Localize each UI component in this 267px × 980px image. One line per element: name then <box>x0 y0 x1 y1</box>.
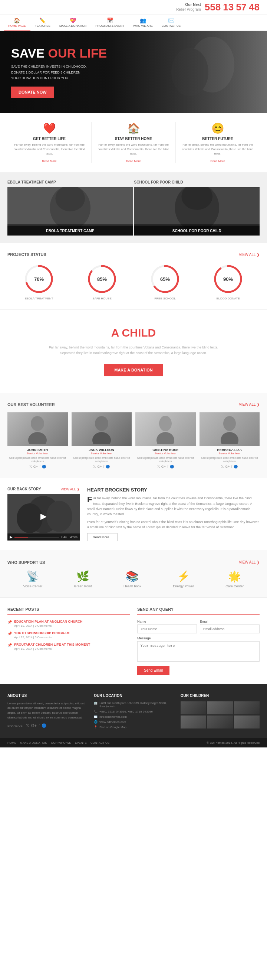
hero-content: SAVE OUR LIFE SAVE THE CHILDREN INVESTS … <box>0 37 118 107</box>
social-facebook-2[interactable]: f <box>103 465 104 468</box>
email-icon: ✉️ <box>94 715 98 719</box>
message-input[interactable] <box>137 641 259 662</box>
supporters-view-all[interactable]: VIEW ALL ❯ <box>239 560 259 564</box>
voice-icon: 📡 <box>24 570 43 582</box>
footer-link-contact[interactable]: CONTACT US <box>90 741 109 745</box>
green-icon: 🌿 <box>74 570 92 582</box>
footer-social-facebook[interactable]: f <box>39 723 39 728</box>
footer-social-twitter[interactable]: 𝕏 <box>26 723 29 728</box>
address-icon: 🏢 <box>94 702 98 705</box>
post-meta-3: April 19, 2014 | 0 Comments <box>14 647 90 651</box>
social-other[interactable]: 🔵 <box>42 465 46 468</box>
features-icon: ✏️ <box>39 18 46 24</box>
nav-program[interactable]: 📅 PROGRAM & EVENT <box>91 14 129 31</box>
countdown-minutes: 57 <box>236 2 246 12</box>
name-label: Name <box>137 620 197 624</box>
footer-link-home[interactable]: HOME <box>8 741 16 745</box>
video-play-button[interactable]: ▶ <box>40 512 47 521</box>
post-title-3[interactable]: PROUTARAT CHILDREN LIFE AT THIS MOMENT <box>14 643 90 646</box>
social-other-3[interactable]: 🔵 <box>170 465 174 468</box>
footer-social-google[interactable]: G+ <box>31 723 37 728</box>
nav-contact[interactable]: ✉️ CONTACT US <box>157 14 185 31</box>
volunteers-title: OUR BEST VOLUNTEER <box>8 402 55 407</box>
post-item-2: 📌 YOUTH SPONSORSHIP PROGRAM April 19, 20… <box>8 631 130 639</box>
donate-now-button[interactable]: DONATE NOW <box>11 87 54 98</box>
read-more-life[interactable]: Read More <box>42 159 57 163</box>
svg-point-20 <box>95 416 108 431</box>
social-twitter[interactable]: 𝕏 <box>29 465 32 468</box>
volunteer-rebbeca: REBBECA LIZA Senior Volunteer Sed ut per… <box>199 412 260 469</box>
donation-icon: 💝 <box>70 18 76 24</box>
child-title: A CHILD <box>8 326 259 339</box>
play-icon[interactable]: ▶ <box>9 535 13 539</box>
nav-features[interactable]: ✏️ FEATURES <box>30 14 55 31</box>
supporter-voice: 📡 Voice Center <box>24 570 43 588</box>
status-view-all[interactable]: VIEW ALL ❯ <box>239 253 259 257</box>
read-more-future[interactable]: Read More <box>210 159 225 163</box>
footer-copyright: © BDThemes 2014. All Rights Reserved <box>207 741 259 745</box>
care-icon: 🌟 <box>226 570 243 582</box>
social-facebook-4[interactable]: f <box>231 465 232 468</box>
school-card-label: SCHOOL FOR POOR CHILD <box>134 226 260 235</box>
social-google-4[interactable]: G+ <box>225 465 229 468</box>
volunteer-jack: JACK WILLSON Senior Volunteer Sed ut per… <box>71 412 132 469</box>
ebola-card-label: EBOLA TREATMENT CAMP <box>8 226 133 235</box>
svg-point-29 <box>46 501 72 532</box>
social-google-3[interactable]: G+ <box>161 465 166 468</box>
footer-social-other[interactable]: 🔵 <box>41 723 47 728</box>
social-other-2[interactable]: 🔵 <box>106 465 110 468</box>
social-twitter-3[interactable]: 𝕏 <box>157 465 160 468</box>
social-twitter-4[interactable]: 𝕏 <box>221 465 224 468</box>
status-safehouse: 85% SAFE HOUSE <box>87 264 117 300</box>
social-facebook[interactable]: f <box>39 465 40 468</box>
footer-link-donation[interactable]: MAKE A DONATION <box>20 741 47 745</box>
send-email-button[interactable]: Send Email <box>137 666 169 675</box>
svg-point-22 <box>159 416 172 431</box>
footer-location-title: OUR LOCATION <box>94 694 173 698</box>
supporter-energy: ⚡ Energy Power <box>173 570 194 588</box>
social-facebook-3[interactable]: f <box>167 465 168 468</box>
email-label: Email <box>200 620 259 624</box>
nav-donation[interactable]: 💝 MAKE A DONATION <box>55 14 91 31</box>
story-title: HEART BROCKEN STORY <box>87 487 259 493</box>
footer-bottom: HOME MAKE A DONATION OUR WHO WE EVENTS C… <box>0 738 267 748</box>
map-icon: 📍 <box>94 725 98 729</box>
footer-about: ABOUT US Lorem ipsum dolor sit amet, con… <box>8 694 86 731</box>
recent-posts-title: RECENT POSTS <box>8 607 130 615</box>
countdown-days: 558 <box>205 2 221 12</box>
read-more-button[interactable]: Read More... <box>87 533 118 541</box>
contact-icon: ✉️ <box>168 18 174 24</box>
backstory-right: HEART BROCKEN STORY F ar far away, behin… <box>87 487 259 541</box>
web-icon: 🌐 <box>94 720 98 724</box>
post-title-1[interactable]: EDUCATION PLAN AT ANGLICAN CHURCH <box>14 620 83 624</box>
nav-who[interactable]: 👥 WHO WE ARE <box>129 14 157 31</box>
email-input[interactable] <box>200 624 259 633</box>
social-twitter-2[interactable]: 𝕏 <box>93 465 96 468</box>
backstory-title: OUR BACK STORY <box>8 487 41 491</box>
post-title-2[interactable]: YOUTH SPONSORSHIP PROGRAM <box>14 631 70 635</box>
hero-title: SAVE OUR LIFE <box>11 46 107 60</box>
feature-item-future: 😊 BETTER FUTURE Far far away, behind the… <box>176 122 259 163</box>
home-icon: 🏠 <box>14 18 20 24</box>
footer-link-events[interactable]: EVENTS <box>75 741 87 745</box>
name-input[interactable] <box>137 624 197 633</box>
svg-point-28 <box>17 503 43 533</box>
status-ebola: 70% EBOLA TREATMENT <box>24 264 54 300</box>
supporters-title: WHO SUPPORT US <box>8 560 45 565</box>
social-google-2[interactable]: G+ <box>97 465 102 468</box>
heart-icon: ❤️ <box>13 122 86 134</box>
nav-home[interactable]: 🏠 HOME PAGE <box>4 14 30 31</box>
health-icon: 📚 <box>123 570 141 582</box>
svg-point-24 <box>223 416 236 431</box>
footer-link-who[interactable]: OUR WHO WE <box>51 741 71 745</box>
make-donation-button[interactable]: MAKE A DONATION <box>104 364 163 376</box>
status-blood: 90% BLOOD DONATE <box>213 264 243 300</box>
volunteers-view-all[interactable]: VIEW ALL ❯ <box>239 402 259 406</box>
recent-posts: RECENT POSTS 📌 EDUCATION PLAN AT ANGLICA… <box>8 607 130 675</box>
footer-location: OUR LOCATION 🏢 Lutfil pur, North para 1/… <box>94 694 173 731</box>
social-google[interactable]: G+ <box>33 465 38 468</box>
backstory-view-all[interactable]: VIEW ALL ❯ <box>61 487 80 491</box>
read-more-home[interactable]: Read More <box>126 159 141 163</box>
social-other-4[interactable]: 🔵 <box>234 465 238 468</box>
footer: ABOUT US Lorem ipsum dolor sit amet, con… <box>0 684 267 748</box>
